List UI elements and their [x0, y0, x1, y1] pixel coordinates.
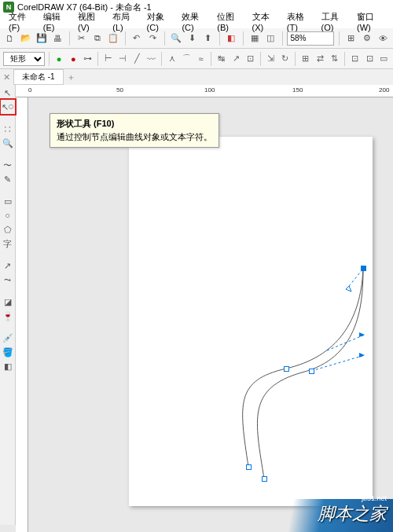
ruler-tick: 0 [28, 86, 31, 94]
ellipse-tool-icon[interactable]: ○ [2, 209, 14, 222]
menu-tools[interactable]: 工具(O) [318, 10, 351, 33]
bbox-icon[interactable]: ▭ [378, 52, 390, 66]
node-start[interactable] [262, 476, 267, 482]
snap-icon[interactable]: ⊞ [344, 31, 358, 46]
menu-bar: 文件(F) 编辑(E) 视图(V) 布局(L) 对象(C) 效果(C) 位图(B… [0, 14, 393, 28]
to-curve-icon[interactable]: 〰 [145, 52, 157, 66]
open-icon[interactable]: 📂 [20, 31, 33, 46]
app-launcher-icon[interactable]: ▦ [248, 31, 261, 46]
new-tab-icon[interactable]: ＋ [67, 72, 75, 83]
toolbox: ↖ ↖⬡ ⸬ 🔍 〜 ✎ ▭ ○ ⬠ 字 ↗ ⤳ ◪ 🍷 💉 🪣 ◧ [0, 85, 16, 525]
extend-icon[interactable]: ↗ [230, 52, 241, 66]
close-tab-icon[interactable]: ✕ [3, 72, 10, 83]
zoom-input[interactable] [287, 31, 334, 46]
undo-icon[interactable]: ↶ [130, 31, 144, 46]
node-mid[interactable] [309, 369, 314, 374]
menu-file[interactable]: 文件(F) [5, 10, 38, 33]
menu-layout[interactable]: 布局(L) [108, 10, 141, 33]
print-icon[interactable]: 🖶 [52, 31, 65, 46]
eyedropper-tool-icon[interactable]: 💉 [2, 332, 14, 344]
menu-table[interactable]: 表格(T) [283, 10, 316, 33]
tooltip: 形状工具 (F10) 通过控制节点编辑曲线对象或文本字符。 [50, 113, 219, 148]
menu-bitmap[interactable]: 位图(B) [213, 10, 246, 33]
stretch-icon[interactable]: ⇲ [265, 52, 277, 66]
text-tool-icon[interactable]: 字 [2, 237, 14, 250]
separator [243, 31, 244, 46]
artistic-tool-icon[interactable]: ✎ [2, 173, 14, 185]
save-icon[interactable]: 💾 [35, 31, 49, 46]
join-icon[interactable]: ⊶ [82, 52, 94, 66]
rectangle-tool-icon[interactable]: ▭ [2, 195, 14, 207]
pick-tool-icon[interactable]: ↖ [2, 86, 14, 99]
watermark-brand: 脚本之家 [318, 502, 387, 526]
svg-marker-1 [359, 353, 365, 358]
smooth-icon[interactable]: ⌒ [181, 52, 193, 66]
polygon-tool-icon[interactable]: ⬠ [2, 223, 14, 236]
separator [219, 31, 220, 46]
doc-tab[interactable]: 未命名 -1 [13, 69, 64, 85]
menu-effect[interactable]: 效果(C) [178, 10, 211, 33]
transparency-tool-icon[interactable]: 🍷 [2, 310, 14, 322]
zoom-tool-icon[interactable]: 🔍 [2, 137, 14, 149]
ruler-tick: 150 [292, 86, 303, 94]
svg-line-2 [327, 335, 365, 350]
redo-icon[interactable]: ↷ [146, 31, 160, 46]
svg-line-0 [311, 355, 365, 371]
welcome-icon[interactable]: ◫ [264, 31, 277, 46]
rotate-icon[interactable]: ↻ [279, 52, 291, 66]
shape-select[interactable]: 矩形 [3, 52, 45, 66]
delete-node-icon[interactable]: ● [68, 52, 79, 66]
fill-tool-icon[interactable]: 🪣 [2, 346, 14, 358]
svg-marker-3 [359, 332, 365, 337]
menu-view[interactable]: 视图(V) [74, 10, 107, 33]
view-icon[interactable]: 👁 [376, 31, 390, 46]
cut-icon[interactable]: ✂ [75, 31, 88, 46]
node-start[interactable] [246, 464, 252, 470]
to-line-icon[interactable]: ╱ [131, 52, 143, 66]
reverse-icon[interactable]: ↹ [215, 52, 227, 66]
align-icon[interactable]: ⊞ [299, 52, 311, 66]
reflect-v-icon[interactable]: ⇅ [329, 52, 340, 66]
node-type-1-icon[interactable]: ⊢ [102, 52, 114, 66]
separator [339, 31, 340, 46]
export-icon[interactable]: ⬆ [202, 31, 215, 46]
shape-tool-icon[interactable]: ↖⬡ [2, 101, 14, 113]
menu-object[interactable]: 对象(C) [143, 10, 177, 33]
document-tabs: ✕ 未命名 -1 ＋ [0, 69, 393, 85]
menu-window[interactable]: 窗口(W) [353, 10, 388, 33]
elastic-icon[interactable]: ⊡ [349, 52, 361, 66]
menu-edit[interactable]: 编辑(E) [39, 10, 72, 33]
extract-icon[interactable]: ⊡ [244, 52, 256, 66]
node-end[interactable] [361, 266, 366, 271]
canvas[interactable]: 形状工具 (F10) 通过控制节点编辑曲线对象或文本字符。 [28, 97, 393, 532]
cusp-icon[interactable]: ⋏ [166, 52, 178, 66]
freehand-tool-icon[interactable]: 〜 [2, 159, 14, 171]
publish-icon[interactable]: ◧ [225, 31, 238, 46]
menu-text[interactable]: 文本(X) [248, 10, 281, 33]
property-bar: 矩形 ● ● ⊶ ⊢ ⊣ ╱ 〰 ⋏ ⌒ ≈ ↹ ↗ ⊡ ⇲ ↻ ⊞ ⇄ ⇅ ⊡… [0, 49, 393, 69]
ruler-horizontal: 0 50 100 150 200 [16, 85, 393, 97]
copy-icon[interactable]: ⧉ [91, 31, 105, 46]
symmetric-icon[interactable]: ≈ [195, 52, 207, 66]
reflect-h-icon[interactable]: ⇄ [314, 52, 326, 66]
parallel-dim-tool-icon[interactable]: ↗ [2, 259, 14, 272]
node-type-2-icon[interactable]: ⊣ [116, 52, 128, 66]
connector-tool-icon[interactable]: ⤳ [2, 273, 14, 286]
smart-fill-tool-icon[interactable]: ◧ [2, 360, 14, 372]
separator [295, 52, 296, 66]
drop-shadow-tool-icon[interactable]: ◪ [2, 295, 14, 308]
add-node-icon[interactable]: ● [53, 52, 64, 66]
ruler-tick: 100 [204, 86, 215, 94]
select-all-icon[interactable]: ⊡ [363, 52, 375, 66]
watermark-url: jb51.net [318, 494, 387, 502]
node-mid[interactable] [284, 366, 289, 372]
separator [161, 52, 162, 66]
ruler-tick: 200 [379, 86, 389, 94]
new-icon[interactable]: 🗋 [3, 31, 17, 46]
options-icon[interactable]: ⚙ [361, 31, 374, 46]
search-icon[interactable]: 🔍 [170, 31, 183, 46]
crop-tool-icon[interactable]: ⸬ [2, 123, 14, 135]
import-icon[interactable]: ⬇ [185, 31, 199, 46]
paste-icon[interactable]: 📋 [107, 31, 120, 46]
curve-object[interactable] [129, 137, 373, 506]
